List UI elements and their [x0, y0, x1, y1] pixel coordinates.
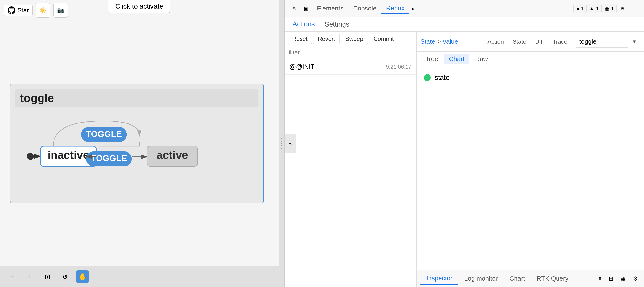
hand-tool-button[interactable]: ✋: [76, 271, 89, 283]
devtools-tab-redux[interactable]: Redux: [381, 3, 410, 14]
inspector-header: State > value Action State Diff Trace: [416, 32, 644, 52]
main-canvas: toggle inactive TOGGLE TOGGLE: [0, 20, 278, 266]
warning-indicator: ▲ 1: [586, 4, 602, 13]
devtools-header: ↖ ▣ Elements Console Redux » ● 1 ▲ 1 ▦ 1…: [284, 0, 644, 17]
svg-text:TOGGLE: TOGGLE: [91, 153, 127, 163]
reset-button[interactable]: Reset: [288, 34, 312, 44]
click-to-activate-button[interactable]: Click to activate: [108, 0, 170, 13]
dropdown-arrow-icon[interactable]: ▼: [632, 38, 637, 45]
devtools-tab-elements[interactable]: Elements: [312, 3, 348, 14]
screenshot-button[interactable]: 📷: [53, 3, 68, 17]
inspector-tab-diff[interactable]: Diff: [531, 37, 548, 47]
actions-panel: Reset Revert Sweep Commit @@INIT 9:21:06…: [284, 32, 416, 287]
sweep-button[interactable]: Sweep: [340, 34, 368, 44]
revert-button[interactable]: Revert: [313, 34, 340, 44]
devtools-bottom-rtk-query[interactable]: RTK Query: [531, 273, 574, 284]
svg-point-0: [27, 153, 34, 160]
devtools-settings2-icon[interactable]: ⚙: [631, 274, 640, 283]
devtools-bottom-chart[interactable]: Chart: [504, 273, 531, 284]
resize-handle[interactable]: [278, 0, 284, 287]
svg-text:inactive: inactive: [48, 149, 89, 161]
devtools-more-tabs[interactable]: »: [410, 4, 416, 13]
devtools-bottom-inspector[interactable]: Inspector: [420, 273, 458, 285]
breadcrumb-state[interactable]: State: [420, 38, 435, 45]
inspector-tab-state[interactable]: State: [509, 37, 530, 47]
redux-tab-actions[interactable]: Actions: [288, 19, 319, 30]
bottom-devtool-icons: ≡ ⊞ ▦ ⚙: [596, 274, 640, 283]
bottom-toolbar: − + ⊞ ↺ ✋: [0, 266, 278, 287]
devtools-settings-icon[interactable]: ⚙: [617, 3, 628, 14]
devtools-cursor-icon[interactable]: ↖: [288, 3, 300, 14]
inspector-content: state: [416, 66, 644, 270]
devtools-device-icon[interactable]: ▣: [300, 3, 312, 14]
star-label: Star: [17, 6, 29, 14]
svg-text:active: active: [156, 149, 188, 161]
view-tab-raw[interactable]: Raw: [470, 54, 493, 64]
inspector-panel: State > value Action State Diff Trace: [416, 32, 644, 287]
devtools-more-options-icon[interactable]: ⋮: [628, 3, 640, 14]
inspector-tab-action[interactable]: Action: [484, 37, 508, 47]
commit-button[interactable]: Commit: [369, 34, 398, 44]
github-icon: [8, 6, 16, 14]
state-circle-icon: [424, 74, 431, 81]
error-indicator: ● 1: [574, 4, 586, 13]
theme-toggle-button[interactable]: ☀️: [36, 3, 50, 17]
left-panel: Star ☀️ 📷 Click to activate toggle inact…: [0, 0, 278, 287]
svg-text:TOGGLE: TOGGLE: [86, 129, 122, 138]
devtools-bottom-log-monitor[interactable]: Log monitor: [458, 273, 504, 284]
reset-view-button[interactable]: ↺: [59, 271, 71, 283]
view-tabs: Tree Chart Raw: [416, 52, 644, 66]
view-tab-chart[interactable]: Chart: [444, 54, 470, 64]
devtools-panel: ↖ ▣ Elements Console Redux » ● 1 ▲ 1 ▦ 1…: [284, 0, 644, 287]
action-time: 9:21:06.17: [386, 64, 412, 70]
redux-main-tabs: Actions Settings: [284, 17, 644, 32]
toggle-search-input[interactable]: [575, 36, 629, 48]
toggle-search-area: ▼: [572, 34, 640, 49]
breadcrumb-value[interactable]: value: [443, 38, 458, 45]
inspector-tab-trace[interactable]: Trace: [549, 37, 571, 47]
zoom-out-button[interactable]: −: [6, 271, 18, 283]
filter-input[interactable]: [284, 46, 416, 59]
redux-tab-settings[interactable]: Settings: [321, 19, 353, 30]
zoom-in-button[interactable]: +: [24, 271, 36, 283]
collapse-panel-button[interactable]: «: [284, 134, 296, 153]
star-button[interactable]: Star: [4, 5, 33, 16]
state-node: state: [424, 74, 637, 81]
devtools-split-icon[interactable]: ▦: [618, 274, 628, 283]
devtools-list-icon[interactable]: ≡: [596, 274, 604, 283]
fit-view-button[interactable]: ⊞: [41, 271, 54, 283]
toggle-diagram: toggle inactive TOGGLE TOGGLE: [10, 84, 264, 203]
view-tab-tree[interactable]: Tree: [420, 54, 443, 64]
breadcrumb-separator: >: [437, 38, 441, 45]
devtools-bottom-bar: Inspector Log monitor Chart RTK Query ≡ …: [416, 270, 644, 287]
devtools-tab-console[interactable]: Console: [348, 3, 381, 14]
redux-body: Reset Revert Sweep Commit @@INIT 9:21:06…: [284, 32, 644, 287]
state-node-label: state: [435, 74, 450, 81]
state-diagram-svg: inactive TOGGLE TOGGLE active: [15, 114, 258, 178]
devtools-grid-icon[interactable]: ⊞: [606, 274, 616, 283]
action-name: @@INIT: [290, 63, 314, 70]
actions-toolbar: Reset Revert Sweep Commit: [284, 32, 416, 46]
diagram-title: toggle: [15, 89, 258, 107]
info-indicator: ▦ 1: [602, 4, 617, 13]
action-item-init[interactable]: @@INIT 9:21:06.17: [284, 59, 416, 75]
